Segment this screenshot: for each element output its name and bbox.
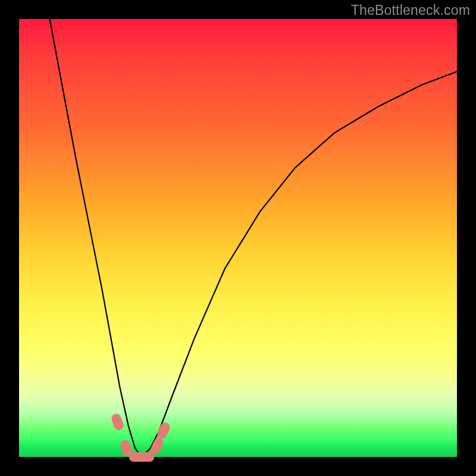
marker-left-upper	[110, 412, 125, 431]
bottleneck-curve	[50, 19, 458, 457]
marker-layer	[110, 412, 171, 462]
plot-area	[19, 19, 457, 457]
marker-right-upper	[156, 421, 171, 440]
chart-svg	[19, 19, 457, 457]
watermark-text: TheBottleneck.com	[351, 2, 470, 18]
marker-valley-b	[137, 452, 154, 462]
chart-frame: TheBottleneck.com	[0, 0, 476, 476]
curve-layer	[50, 19, 458, 457]
